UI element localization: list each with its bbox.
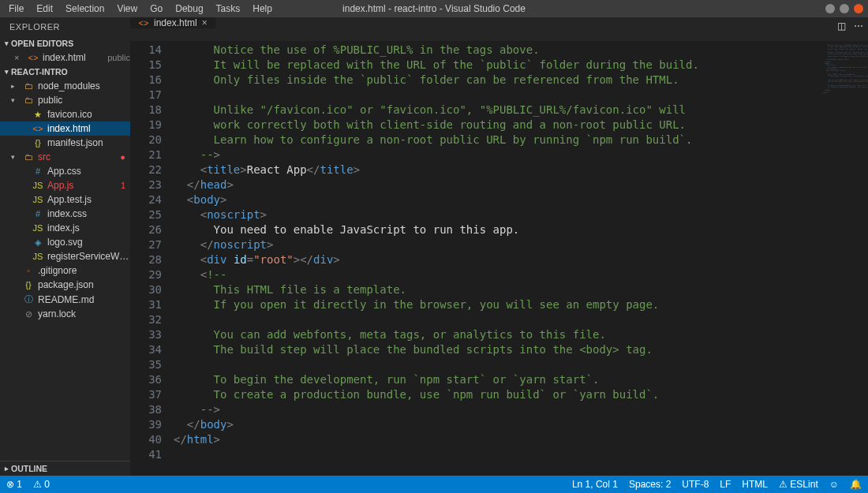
folder-icon: 🗀 [23, 81, 34, 91]
status-lncol[interactable]: Ln 1, Col 1 [572, 479, 618, 490]
status-encoding[interactable]: UTF-8 [682, 479, 709, 490]
status-language[interactable]: HTML [742, 479, 768, 490]
open-editor-item[interactable]: ×<>index.htmlpublic [0, 50, 130, 65]
status-bar: ⊗ 1 ⚠ 0 Ln 1, Col 1 Spaces: 2 UTF-8 LF H… [0, 476, 868, 493]
file-icon: JS [32, 195, 43, 204]
file-index.css[interactable]: #index.css [0, 207, 130, 221]
maximize-button[interactable] [840, 4, 849, 13]
folder-icon: 🗀 [23, 152, 34, 162]
tree-item-label: yarn.lock [38, 308, 130, 319]
status-errors[interactable]: ⊗ 1 [6, 479, 22, 490]
menu-go[interactable]: Go [144, 2, 168, 16]
window-title: index.html - react-intro - Visual Studio… [342, 3, 526, 14]
menu-file[interactable]: File [3, 2, 29, 16]
folder-public[interactable]: ▾🗀public [0, 93, 130, 107]
tree-item-label: README.md [38, 294, 130, 305]
status-feedback[interactable]: ☺ [829, 479, 839, 490]
menu-tasks[interactable]: Tasks [211, 2, 246, 16]
tree-item-label: src [38, 151, 116, 162]
tab-bar: <>index.html× ◫ ⋯ [130, 17, 868, 41]
file-icon: ◈ [32, 237, 43, 248]
status-warnings[interactable]: ⚠ 0 [33, 479, 50, 490]
menu-view[interactable]: View [111, 2, 143, 16]
explorer-header: EXPLORER [0, 17, 130, 36]
file-icon: JS [32, 252, 43, 261]
status-eol[interactable]: LF [720, 479, 731, 490]
chevron-down-icon: ▾ [11, 153, 19, 161]
file-icon: # [32, 166, 43, 176]
chevron-right-icon: ▸ [5, 465, 9, 472]
status-notifications[interactable]: 🔔 [850, 479, 862, 490]
minimap[interactable]: Notice the use of %PUBLIC_URL% in the ta… [821, 41, 868, 476]
file-logo.svg[interactable]: ◈logo.svg [0, 235, 130, 249]
file-manifest.json[interactable]: {}manifest.json [0, 136, 130, 150]
code-area[interactable]: Notice the use of %PUBLIC_URL% in the ta… [174, 41, 821, 476]
file-package.json[interactable]: {}package.json [0, 278, 130, 292]
menu-selection[interactable]: Selection [60, 2, 110, 16]
file-icon: ◦ [23, 266, 34, 275]
tab-index-html[interactable]: <>index.html× [130, 17, 216, 28]
close-button[interactable] [854, 4, 863, 13]
minimize-button[interactable] [825, 4, 835, 13]
file-icon: {} [32, 138, 43, 148]
file-icon: {} [23, 280, 34, 289]
outline-section[interactable]: ▸ OUTLINE [0, 461, 130, 476]
file-name: index.html [43, 52, 103, 63]
menu-debug[interactable]: Debug [170, 2, 208, 16]
file-App.css[interactable]: #App.css [0, 164, 130, 178]
status-eslint[interactable]: ⚠ ESLint [779, 479, 818, 490]
file-registerServiceWorker.js[interactable]: JSregisterServiceWorker.js [0, 249, 130, 263]
tree-item-label: manifest.json [47, 137, 130, 148]
tree-item-label: index.css [47, 208, 130, 219]
file-index.html[interactable]: <>index.html [0, 121, 130, 136]
chevron-down-icon: ▾ [5, 39, 9, 47]
tree-item-label: .gitignore [38, 265, 130, 276]
file-icon: <> [28, 53, 39, 62]
file-icon: <> [138, 18, 149, 28]
close-icon[interactable]: × [14, 53, 24, 62]
open-editors-section[interactable]: ▾ OPEN EDITORS [0, 36, 130, 50]
tree-item-label: node_modules [38, 80, 130, 92]
folder-node_modules[interactable]: ▸🗀node_modules [0, 79, 130, 93]
file-yarn.lock[interactable]: ⊘yarn.lock [0, 307, 130, 321]
file-favicon.ico[interactable]: ★favicon.ico [0, 107, 130, 121]
file-icon: ⓘ [23, 293, 34, 305]
file-icon: # [32, 209, 43, 218]
chevron-right-icon: ▸ [11, 82, 19, 90]
project-section[interactable]: ▾ REACT-INTRO [0, 65, 130, 79]
tree-item-label: logo.svg [47, 237, 130, 248]
tree-item-label: package.json [38, 279, 130, 290]
window-controls [825, 4, 863, 13]
menu-edit[interactable]: Edit [31, 2, 58, 16]
tree-item-label: App.test.js [47, 194, 130, 205]
file-.gitignore[interactable]: ◦.gitignore [0, 263, 130, 278]
file-icon: JS [32, 181, 43, 190]
editor-body[interactable]: 1415161718192021222324252627282930313233… [130, 41, 868, 476]
error-dot-icon: ● [120, 152, 125, 162]
close-icon[interactable]: × [202, 17, 208, 28]
file-App.js[interactable]: JSApp.js1 [0, 178, 130, 192]
tab-label: index.html [154, 17, 197, 28]
file-App.test.js[interactable]: JSApp.test.js [0, 192, 130, 207]
folder-src[interactable]: ▾🗀src● [0, 150, 130, 164]
chevron-down-icon: ▾ [11, 96, 19, 104]
file-README.md[interactable]: ⓘREADME.md [0, 292, 130, 307]
file-icon: JS [32, 223, 43, 233]
tree-item-label: App.js [47, 180, 117, 191]
tree-item-label: App.css [47, 166, 130, 177]
menu-help[interactable]: Help [247, 2, 278, 16]
file-icon: ★ [32, 110, 43, 120]
file-index.js[interactable]: JSindex.js [0, 221, 130, 235]
folder-icon: 🗀 [23, 95, 34, 105]
explorer-sidebar: EXPLORER ▾ OPEN EDITORS ×<>index.htmlpub… [0, 17, 130, 476]
line-gutter: 1415161718192021222324252627282930313233… [130, 41, 174, 476]
more-actions-icon[interactable]: ⋯ [854, 21, 863, 32]
status-spaces[interactable]: Spaces: 2 [629, 479, 671, 490]
error-count-badge: 1 [121, 181, 125, 190]
tree-item-label: index.html [47, 123, 130, 134]
tree-item-label: public [38, 95, 130, 106]
tree-item-label: registerServiceWorker.js [47, 251, 130, 262]
split-editor-icon[interactable]: ◫ [837, 21, 846, 32]
titlebar: FileEditSelectionViewGoDebugTasksHelp in… [0, 0, 868, 17]
tree-item-label: favicon.ico [47, 109, 130, 120]
